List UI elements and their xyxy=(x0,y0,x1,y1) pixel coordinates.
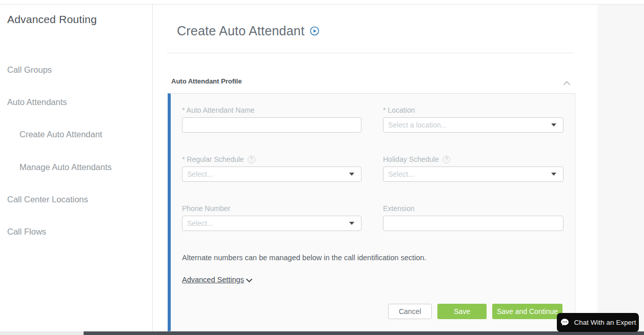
chat-with-expert-button[interactable]: Chat With an Expert xyxy=(557,313,639,332)
holiday-schedule-field: Holiday Schedule ? Select... xyxy=(383,155,564,182)
create-auto-attendant-screen: Advanced Routing Call Groups Auto Attend… xyxy=(0,0,644,335)
form-actions: Cancel Save Save and Continue xyxy=(388,304,562,319)
location-placeholder: Select a location... xyxy=(388,121,447,129)
sidebar-divider xyxy=(152,5,153,331)
play-circle-icon[interactable] xyxy=(310,26,319,36)
auto-attendant-name-label: * Auto Attendant Name xyxy=(182,106,361,114)
extension-input[interactable] xyxy=(383,216,564,231)
chat-bubble-icon xyxy=(560,318,570,327)
sidebar-item-auto-attendants[interactable]: Auto Attendants xyxy=(7,97,67,107)
auto-attendant-name-field: * Auto Attendant Name xyxy=(182,106,361,133)
holiday-schedule-placeholder: Select... xyxy=(388,170,414,178)
help-icon[interactable]: ? xyxy=(442,156,450,163)
sidebar: Advanced Routing Call Groups Auto Attend… xyxy=(0,5,152,331)
extension-field: Extension xyxy=(383,204,564,231)
sidebar-item-call-center-locations[interactable]: Call Center Locations xyxy=(7,195,88,204)
phone-number-field: Phone Number Select... xyxy=(182,204,361,231)
page-header: Create Auto Attendant xyxy=(177,24,319,38)
save-button[interactable]: Save xyxy=(437,304,487,319)
phone-number-placeholder: Select... xyxy=(187,219,213,227)
section-title: Auto Attendant Profile xyxy=(171,77,242,85)
caret-down-icon xyxy=(551,173,556,176)
caret-down-icon xyxy=(349,222,354,225)
advanced-settings-link[interactable]: Advanced Settings xyxy=(182,276,253,284)
sidebar-item-call-flows[interactable]: Call Flows xyxy=(7,227,46,237)
auto-attendant-name-input[interactable] xyxy=(182,117,361,133)
sidebar-title: Advanced Routing xyxy=(7,13,97,26)
sidebar-item-create-auto-attendant[interactable]: Create Auto Attendant xyxy=(19,130,102,139)
extension-label: Extension xyxy=(383,204,564,213)
alternate-numbers-note: Alternate numbers can be managed below i… xyxy=(182,254,426,262)
auto-attendant-profile-panel: * Auto Attendant Name * Location Select … xyxy=(168,93,575,331)
location-field: * Location Select a location... xyxy=(383,106,564,133)
page-background-gutter xyxy=(597,5,644,331)
regular-schedule-label: * Regular Schedule xyxy=(182,155,244,163)
chat-button-label: Chat With an Expert xyxy=(574,319,636,326)
help-icon[interactable]: ? xyxy=(248,156,255,163)
cancel-button[interactable]: Cancel xyxy=(388,304,432,319)
advanced-settings-label: Advanced Settings xyxy=(182,276,244,284)
location-label: * Location xyxy=(383,106,564,114)
holiday-schedule-select[interactable]: Select... xyxy=(383,166,564,182)
phone-number-select[interactable]: Select... xyxy=(182,216,361,231)
horizontal-scrollbar xyxy=(0,331,644,335)
chevron-down-icon xyxy=(246,278,253,283)
regular-schedule-placeholder: Select... xyxy=(187,170,213,178)
regular-schedule-select[interactable]: Select... xyxy=(182,166,361,182)
sidebar-item-call-groups[interactable]: Call Groups xyxy=(7,65,52,75)
horizontal-scrollbar-thumb[interactable] xyxy=(84,331,644,335)
caret-down-icon xyxy=(349,173,354,176)
chevron-up-icon[interactable] xyxy=(563,78,571,88)
location-select[interactable]: Select a location... xyxy=(383,117,564,133)
save-and-continue-button[interactable]: Save and Continue xyxy=(492,304,562,319)
caret-down-icon xyxy=(551,123,556,127)
sidebar-item-manage-auto-attendants[interactable]: Manage Auto Attendants xyxy=(19,162,112,172)
title-divider xyxy=(167,53,574,53)
page-title: Create Auto Attendant xyxy=(177,24,305,38)
regular-schedule-field: * Regular Schedule ? Select... xyxy=(182,155,361,182)
holiday-schedule-label: Holiday Schedule xyxy=(383,155,439,163)
phone-number-label: Phone Number xyxy=(182,204,361,213)
